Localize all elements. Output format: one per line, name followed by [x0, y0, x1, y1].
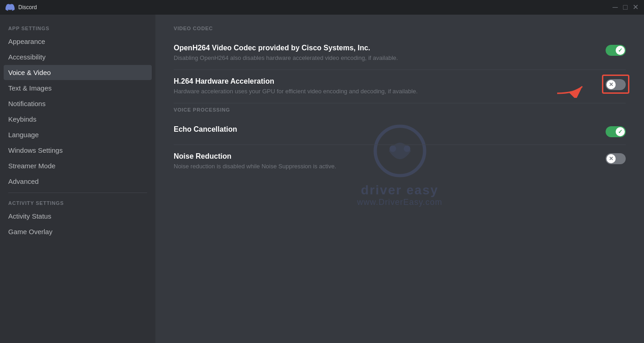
setting-info-echo: Echo Cancellation	[174, 125, 606, 135]
sidebar-item-language[interactable]: Language	[4, 127, 152, 142]
sidebar-item-accessibility[interactable]: Accessibility	[4, 49, 152, 64]
toggle-h264-container: ✕	[606, 78, 626, 90]
title-bar-left: Discord	[5, 3, 37, 12]
sidebar-item-label: Game Overlay	[8, 228, 53, 236]
sidebar-item-label: Streamer Mode	[8, 162, 55, 170]
main-layout: APP SETTINGS Appearance Accessibility Vo…	[0, 15, 644, 343]
sidebar-item-text-images[interactable]: Text & Images	[4, 80, 152, 96]
toggle-echo[interactable]: ✓	[606, 126, 626, 137]
discord-logo-icon	[5, 3, 15, 12]
content-inner: VIDEO CODEC OpenH264 Video Codec provide…	[155, 15, 644, 189]
sidebar-item-keybinds[interactable]: Keybinds	[4, 112, 152, 127]
sidebar-item-game-overlay[interactable]: Game Overlay	[4, 224, 152, 239]
setting-row-h264: H.264 Hardware Acceleration Hardware acc…	[174, 70, 626, 103]
setting-title-noise: Noise Reduction	[174, 152, 595, 161]
setting-desc-noise: Noise reduction is disabled while Noise …	[174, 162, 595, 171]
sidebar-item-windows-settings[interactable]: Windows Settings	[4, 143, 152, 158]
sidebar-item-label: Notifications	[8, 100, 46, 107]
sidebar-item-label: Appearance	[8, 38, 45, 45]
app-title: Discord	[18, 4, 37, 11]
video-codec-header: VIDEO CODEC	[174, 26, 626, 31]
setting-title-echo: Echo Cancellation	[174, 125, 595, 134]
toggle-thumb-h264: ✕	[607, 80, 616, 89]
sidebar-item-notifications[interactable]: Notifications	[4, 96, 152, 111]
sidebar-item-activity-status[interactable]: Activity Status	[4, 209, 152, 224]
sidebar-item-voice-video[interactable]: Voice & Video	[4, 65, 152, 80]
sidebar-item-label: Windows Settings	[8, 146, 63, 154]
title-bar-controls: ─ □ ✕	[612, 4, 639, 11]
sidebar-divider	[8, 193, 147, 193]
setting-title-h264: H.264 Hardware Acceleration	[174, 77, 595, 86]
sidebar: APP SETTINGS Appearance Accessibility Vo…	[0, 15, 155, 343]
sidebar-item-streamer-mode[interactable]: Streamer Mode	[4, 158, 152, 173]
setting-info-noise: Noise Reduction Noise reduction is disab…	[174, 152, 606, 171]
setting-row-openh264: OpenH264 Video Codec provided by Cisco S…	[174, 37, 626, 70]
sidebar-item-label: Language	[8, 131, 39, 139]
activity-settings-label: ACTIVITY SETTINGS	[4, 197, 152, 208]
toggle-thumb-echo: ✓	[616, 127, 625, 136]
sidebar-item-label: Accessibility	[8, 53, 46, 61]
setting-desc-h264: Hardware acceleration uses your GPU for …	[174, 87, 595, 96]
sidebar-item-label: Keybinds	[8, 115, 37, 123]
content-area: driver easy www.DriverEasy.com VIDEO COD…	[155, 15, 644, 343]
toggle-thumb-noise: ✕	[607, 154, 616, 163]
toggle-openh264[interactable]: ✓	[606, 45, 626, 56]
title-bar: Discord ─ □ ✕	[0, 0, 644, 15]
sidebar-item-appearance[interactable]: Appearance	[4, 34, 152, 49]
toggle-h264[interactable]: ✕	[606, 79, 626, 90]
setting-title-openh264: OpenH264 Video Codec provided by Cisco S…	[174, 44, 595, 52]
setting-desc-openh264: Disabling OpenH264 also disables hardwar…	[174, 54, 595, 62]
maximize-button[interactable]: □	[622, 4, 628, 11]
setting-info-openh264: OpenH264 Video Codec provided by Cisco S…	[174, 44, 606, 62]
sidebar-item-label: Voice & Video	[8, 69, 51, 76]
setting-row-noise: Noise Reduction Noise reduction is disab…	[174, 145, 626, 178]
minimize-button[interactable]: ─	[612, 4, 618, 11]
watermark-url: www.DriverEasy.com	[357, 198, 442, 207]
toggle-thumb-openh264: ✓	[616, 46, 625, 55]
sidebar-item-label: Text & Images	[8, 84, 52, 92]
sidebar-item-label: Advanced	[8, 177, 39, 185]
close-button[interactable]: ✕	[632, 4, 639, 11]
toggle-noise[interactable]: ✕	[606, 153, 626, 164]
sidebar-item-advanced[interactable]: Advanced	[4, 174, 152, 189]
setting-row-echo: Echo Cancellation ✓	[174, 118, 626, 145]
voice-processing-header: VOICE PROCESSING	[174, 107, 626, 113]
sidebar-item-label: Activity Status	[8, 212, 51, 220]
app-settings-label: APP SETTINGS	[4, 22, 152, 33]
setting-info-h264: H.264 Hardware Acceleration Hardware acc…	[174, 77, 606, 96]
